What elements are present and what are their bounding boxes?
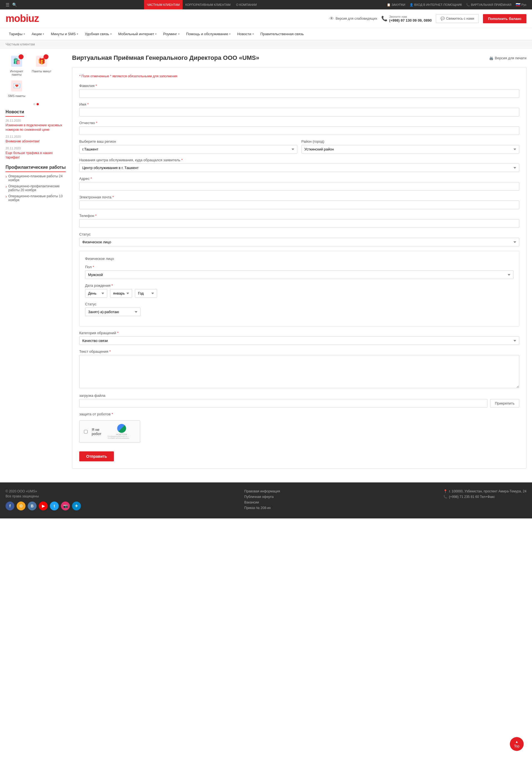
nav-roaming[interactable]: Роуминг ▾ [160, 28, 183, 40]
gender-group: Пол * Мужской [85, 265, 513, 279]
file-label: загрузка файла [79, 394, 519, 398]
email-input[interactable] [79, 200, 519, 209]
eye-icon: 👁 [330, 16, 334, 21]
news-link-1[interactable]: Изменения в подключение красивых номеров… [6, 123, 62, 132]
header-right: 👁 Версия для слабовидящих 📞 Звоните нам … [330, 14, 526, 23]
district-select[interactable]: Усткинский район [301, 145, 519, 154]
slider-dot-2[interactable] [37, 103, 39, 105]
news-date-1: 26.11.2020 [6, 119, 66, 122]
address-input[interactable] [79, 182, 519, 190]
captcha-checkbox[interactable] [84, 429, 88, 434]
category-select[interactable]: Качество связи [79, 337, 519, 345]
footer-link-vacancies[interactable]: Вакансии [244, 500, 280, 504]
submit-button[interactable]: Отправить [79, 451, 114, 461]
nav-promotions[interactable]: Акции ▾ [28, 28, 47, 40]
contact-button[interactable]: 💬 Свяжитесь с нами [436, 14, 479, 23]
social-vkontakte[interactable]: В [28, 501, 37, 510]
social-youtube[interactable]: ▶ [39, 501, 48, 510]
region-label: Выберите ваш регион [79, 139, 297, 143]
service-center-select[interactable]: Центр обслуживания в г. Ташкент [79, 164, 519, 172]
employment-select[interactable]: Занят(-а)-работаю [85, 308, 140, 316]
news-section-title: Новости [6, 110, 24, 116]
sidebar-icon-sms-packages[interactable]: 💌 SMS пакеты [6, 79, 28, 98]
year-select[interactable]: Год [135, 289, 157, 298]
nav-tariffs[interactable]: Тарифы ▾ [6, 28, 28, 40]
patronymic-group: Отчество * [79, 121, 519, 135]
news-link-2[interactable]: Внимание абонентам! [6, 139, 39, 143]
email-label: Электронная почта * [79, 195, 519, 199]
social-twitter[interactable]: t [50, 501, 59, 510]
breadcrumb: Частным клиентам [0, 40, 532, 49]
category-group: Категория обращений * Качество связи [79, 331, 519, 345]
footer: © 2020 ООО «UMS» Все права защищены f О … [0, 483, 532, 518]
sidebar-icon-list: 🛍️ Интернет пакеты 🎁 Пакеты минут [6, 54, 66, 98]
news-link-3[interactable]: Еще больше трафика в наших тарифах! [6, 151, 53, 159]
nav-about[interactable]: О КОМПАНИИ [233, 0, 260, 9]
text-textarea[interactable] [79, 355, 519, 388]
page-title: Виртуальная Приёмная Генерального Директ… [72, 54, 259, 61]
name-input[interactable] [79, 108, 519, 116]
sidebar-icon-sms-label: SMS пакеты [8, 94, 26, 98]
region-select[interactable]: г.Ташкент [79, 145, 297, 154]
file-group: загрузка файла Прикрепить [79, 394, 519, 408]
news-date-2: 23.11.2020 [6, 135, 66, 138]
print-button[interactable]: 🖨️ Версия для печати [489, 56, 526, 60]
district-label: Район (город) [301, 139, 519, 143]
footer-link-offer[interactable]: Публичная оферта [244, 495, 280, 499]
main-nav: Тарифы ▾ Акции ▾ Минуты и SMS ▾ Удобная … [0, 28, 532, 40]
top-bar: ☰ 🔍 ЧАСТНЫМ КЛИЕНТАМ КОРПОРАТИВНЫМ КЛИЕН… [0, 0, 532, 9]
maintenance-item-1[interactable]: Операционно-плановые работы 24 ноября [6, 174, 66, 182]
phone-label: Звоните нам [389, 15, 432, 18]
breadcrumb-private[interactable]: Частным клиентам [6, 42, 35, 46]
day-select[interactable]: День [85, 289, 107, 298]
captcha-label: защита от роботов * [79, 412, 519, 416]
nav-government[interactable]: Правительственная связь [257, 28, 307, 40]
footer-links: Правовая информация Публичная оферта Вак… [244, 489, 280, 511]
social-odnoklassniki[interactable]: О [17, 501, 26, 510]
category-label: Категория обращений * [79, 331, 519, 335]
nav-convenient-connection[interactable]: Удобная связь ▾ [81, 28, 115, 40]
status-select[interactable]: Физическое лицо [79, 238, 519, 246]
nav-minutes-sms[interactable]: Минуты и SMS ▾ [47, 28, 81, 40]
surname-label: Фамилия * [79, 84, 519, 88]
accessibility-btn[interactable]: 👁 Версия для слабовидящих [330, 16, 377, 21]
patronymic-input[interactable] [79, 126, 519, 135]
month-select[interactable]: январь [110, 289, 132, 298]
contact-label: Свяжитесь с нами [446, 17, 474, 21]
contact-icon: 💬 [440, 17, 445, 21]
footer-link-order[interactable]: Приказ № 208-их [244, 506, 280, 510]
footer-link-legal[interactable]: Правовая информация [244, 489, 280, 493]
top-login-link[interactable]: 👤 ВХОД В ИНТЕРНЕТ-ПОМОЩНИК [410, 3, 462, 7]
gender-select[interactable]: Мужской [85, 270, 513, 279]
top-language-link[interactable]: 🇷🇺 Рус [516, 3, 526, 7]
surname-input[interactable] [79, 89, 519, 98]
nav-news[interactable]: Новости ▾ [234, 28, 257, 40]
social-telegram[interactable]: ✈ [72, 501, 81, 510]
social-facebook[interactable]: f [6, 501, 14, 510]
nav-help[interactable]: Помощь и обслуживание ▾ [183, 28, 234, 40]
top-virtual-reception-link[interactable]: 📞 ВИРТУАЛЬНАЯ ПРИЁМНАЯ [466, 3, 511, 7]
nav-corporate-clients[interactable]: КОРПОРАТИВНЫМ КЛИЕНТАМ [183, 0, 233, 9]
maintenance-item-2[interactable]: Операционно-профилактические работы 20 н… [6, 184, 66, 192]
address-label: Адрес * [79, 177, 519, 181]
replenish-button[interactable]: Пополнить баланс [483, 14, 526, 23]
content-wrapper: 🛍️ Интернет пакеты 🎁 Пакеты минут [0, 49, 532, 474]
attach-button[interactable]: Прикрепить [490, 399, 519, 408]
sidebar-icon-internet-packages[interactable]: 🛍️ Интернет пакеты [6, 54, 28, 76]
status-group: Статус Физическое лицо [79, 232, 519, 246]
address-group: Адрес * [79, 177, 519, 190]
logo[interactable]: mobiuz [6, 13, 39, 24]
top-purchases-link[interactable]: 📋 ЗАКУПКИ [387, 3, 405, 7]
menu-icon[interactable]: ☰ [6, 2, 9, 8]
file-input[interactable] [79, 399, 488, 408]
social-instagram[interactable]: 📷 [61, 501, 70, 510]
phone-input[interactable] [79, 219, 519, 228]
phone-icon: 📞 [381, 16, 387, 22]
nav-mobile-internet[interactable]: Мобильный интернет ▾ [115, 28, 160, 40]
maintenance-item-3[interactable]: Операционно-плановые работы 13 ноября [6, 194, 66, 202]
nav-private-clients[interactable]: ЧАСТНЫМ КЛИЕНТАМ [144, 0, 182, 9]
slider-dot-1[interactable] [33, 103, 36, 105]
top-bar-left: ☰ 🔍 [6, 2, 17, 8]
search-icon[interactable]: 🔍 [12, 3, 17, 7]
sidebar-icon-minute-packages[interactable]: 🎁 Пакеты минут [31, 54, 53, 76]
